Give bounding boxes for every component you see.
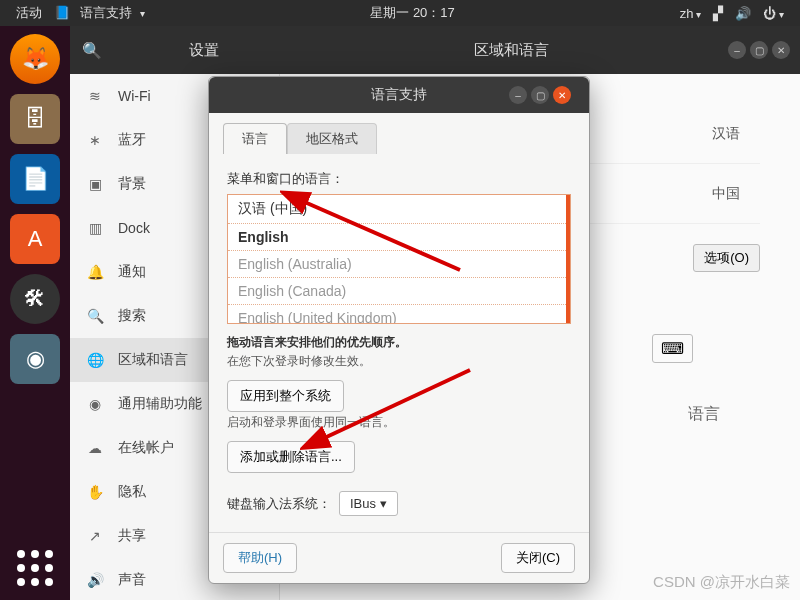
language-item[interactable]: English (Canada) (228, 278, 570, 305)
clock[interactable]: 星期一 20：17 (370, 4, 455, 22)
settings-gear-icon[interactable]: 🛠 (10, 274, 60, 324)
background-icon: ▣ (86, 176, 104, 192)
sound-icon: 🔊 (86, 572, 104, 588)
sidebar-item-label: 通用辅助功能 (118, 395, 202, 413)
sidebar-item-label: 在线帐户 (118, 439, 174, 457)
a11y-icon: ◉ (86, 396, 104, 412)
search-icon[interactable]: 🔍 (70, 41, 114, 60)
cloud-icon: ☁ (86, 440, 104, 456)
sidebar-item-label: 隐私 (118, 483, 146, 501)
sidebar-item-label: 共享 (118, 527, 146, 545)
ime-select[interactable]: IBus ▾ (339, 491, 398, 516)
files-icon[interactable]: 🗄 (10, 94, 60, 144)
settings-headerbar: 🔍 设置 区域和语言 – ▢ ✕ (70, 26, 800, 74)
ime-value: IBus (350, 496, 376, 511)
relogin-hint: 在您下次登录时修改生效。 (227, 353, 571, 370)
dialog-title: 语言支持 (371, 86, 427, 104)
add-remove-languages-button[interactable]: 添加或删除语言... (227, 441, 355, 473)
language-list[interactable]: 汉语 (中国) English English (Australia) Engl… (227, 194, 571, 324)
globe-icon: 🌐 (86, 352, 104, 368)
maximize-icon[interactable]: ▢ (750, 41, 768, 59)
tab-language[interactable]: 语言 (223, 123, 287, 154)
share-icon: ↗ (86, 528, 104, 544)
volume-icon[interactable]: 🔊 (735, 6, 751, 21)
sidebar-item-label: 蓝牙 (118, 131, 146, 149)
bell-icon: 🔔 (86, 264, 104, 280)
language-item[interactable]: English (United Kingdom) (228, 305, 570, 324)
sidebar-item-label: Wi-Fi (118, 88, 151, 104)
sidebar-item-label: 区域和语言 (118, 351, 188, 369)
language-list-label: 菜单和窗口的语言： (227, 170, 571, 188)
close-button[interactable]: 关闭(C) (501, 543, 575, 573)
language-support-dialog: 语言支持 – ▢ ✕ 语言 地区格式 菜单和窗口的语言： 汉语 (中国) Eng… (208, 76, 590, 584)
keyboard-icon[interactable]: ⌨ (652, 334, 693, 363)
language-value: 汉语 (712, 125, 740, 143)
activities-button[interactable]: 活动 (16, 4, 42, 22)
help-button[interactable]: 帮助(H) (223, 543, 297, 573)
sidebar-item-label: 背景 (118, 175, 146, 193)
dock: 🦊 🗄 📄 A 🛠 ◉ (0, 26, 70, 600)
dialog-titlebar[interactable]: 语言支持 – ▢ ✕ (209, 77, 589, 113)
dialog-maximize-icon[interactable]: ▢ (531, 86, 549, 104)
sidebar-item-label: 通知 (118, 263, 146, 281)
region-value: 中国 (712, 185, 740, 203)
close-icon[interactable]: ✕ (772, 41, 790, 59)
language-support-launcher-icon[interactable]: ◉ (10, 334, 60, 384)
dialog-close-icon[interactable]: ✕ (553, 86, 571, 104)
bluetooth-icon: ∗ (86, 132, 104, 148)
writer-icon[interactable]: 📄 (10, 154, 60, 204)
dialog-minimize-icon[interactable]: – (509, 86, 527, 104)
show-applications-icon[interactable] (15, 548, 55, 588)
language-item[interactable]: English (228, 224, 570, 251)
software-icon[interactable]: A (10, 214, 60, 264)
minimize-icon[interactable]: – (728, 41, 746, 59)
apply-sub-hint: 启动和登录界面使用同一语言。 (227, 414, 571, 431)
language-item[interactable]: English (Australia) (228, 251, 570, 278)
sidebar-item-label: Dock (118, 220, 150, 236)
language-item[interactable]: 汉语 (中国) (228, 195, 570, 224)
firefox-icon[interactable]: 🦊 (10, 34, 60, 84)
power-icon[interactable]: ⏻ (763, 6, 784, 21)
options-button[interactable]: 选项(O) (693, 244, 760, 272)
app-menu[interactable]: 📘 语言支持 (54, 4, 145, 22)
wifi-icon: ≋ (86, 88, 104, 104)
ime-indicator[interactable]: zh (680, 6, 702, 21)
watermark: CSDN @凉开水白菜 (653, 573, 790, 592)
apply-system-wide-button[interactable]: 应用到整个系统 (227, 380, 344, 412)
network-icon[interactable]: ▞ (713, 6, 723, 21)
settings-sidebar-title: 设置 (114, 41, 294, 60)
dock-icon: ▥ (86, 220, 104, 236)
sidebar-item-label: 搜索 (118, 307, 146, 325)
settings-main-title: 区域和语言 (294, 41, 728, 60)
lock-icon: ✋ (86, 484, 104, 500)
tab-regional-formats[interactable]: 地区格式 (287, 123, 377, 154)
search-icon: 🔍 (86, 308, 104, 324)
sidebar-item-label: 声音 (118, 571, 146, 589)
drag-hint: 拖动语言来安排他们的优先顺序。 (227, 334, 571, 351)
app-menu-label: 语言支持 (80, 5, 132, 20)
ime-label: 键盘输入法系统： (227, 495, 331, 513)
